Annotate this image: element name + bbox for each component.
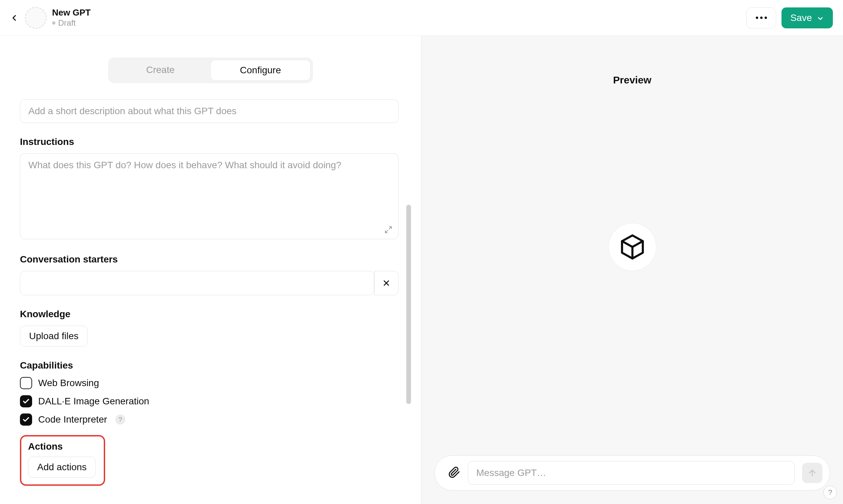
editor-tabs: Create Configure	[108, 57, 313, 83]
configure-pane: Create Configure Instructions Conversati…	[0, 36, 421, 504]
upload-files-button[interactable]: Upload files	[20, 326, 88, 346]
capability-row-dalle: DALL·E Image Generation	[20, 395, 399, 408]
capability-label: Web Browsing	[38, 378, 99, 389]
section-label-knowledge: Knowledge	[20, 309, 399, 320]
check-icon	[22, 416, 30, 423]
help-icon[interactable]: ?	[115, 414, 125, 425]
conversation-starter-row	[20, 271, 399, 295]
tab-create[interactable]: Create	[110, 60, 210, 81]
gpt-status-row: Draft	[52, 18, 91, 28]
cube-icon	[618, 233, 646, 261]
conversation-starter-input[interactable]	[20, 271, 374, 295]
capability-label: DALL·E Image Generation	[38, 396, 149, 407]
floating-help-button[interactable]: ?	[823, 486, 837, 499]
send-button[interactable]	[802, 463, 822, 483]
editor-header: New GPT Draft Save	[0, 0, 843, 36]
section-label-starters: Conversation starters	[20, 254, 399, 265]
tab-configure[interactable]: Configure	[210, 60, 311, 81]
more-options-button[interactable]	[746, 7, 776, 29]
ellipsis-dot-icon	[760, 17, 762, 19]
svg-line-1	[385, 230, 388, 233]
title-block: New GPT Draft	[52, 8, 91, 28]
ellipsis-dot-icon	[756, 17, 758, 19]
instructions-textarea[interactable]	[20, 154, 399, 239]
section-label-instructions: Instructions	[20, 137, 399, 147]
capability-checkbox-dalle[interactable]	[20, 395, 32, 408]
scrollbar[interactable]	[406, 205, 411, 404]
check-icon	[22, 398, 30, 405]
configure-form: Instructions Conversation starters Knowl…	[20, 99, 401, 488]
save-button-label: Save	[790, 13, 812, 23]
preview-title: Preview	[421, 74, 843, 86]
ellipsis-dot-icon	[765, 17, 767, 19]
preview-pane: Preview ?	[421, 36, 843, 504]
attachment-icon[interactable]	[448, 466, 460, 480]
gpt-default-avatar	[609, 223, 656, 271]
actions-highlight-box: Actions Add actions	[20, 435, 105, 486]
add-actions-button[interactable]: Add actions	[28, 457, 96, 478]
arrow-up-icon	[808, 468, 817, 478]
status-dot-icon	[52, 21, 55, 25]
capability-row-web-browsing: Web Browsing	[20, 377, 399, 389]
gpt-title: New GPT	[52, 8, 91, 18]
save-button[interactable]: Save	[781, 7, 833, 29]
section-label-capabilities: Capabilities	[20, 360, 399, 371]
section-label-actions: Actions	[28, 441, 97, 452]
chevron-down-icon	[816, 15, 824, 22]
preview-message-bar	[434, 455, 830, 490]
svg-line-0	[389, 227, 391, 229]
preview-message-input[interactable]	[468, 461, 795, 485]
conversation-starter-remove-button[interactable]	[374, 271, 399, 295]
capability-checkbox-web-browsing[interactable]	[20, 377, 32, 389]
description-input[interactable]	[20, 99, 399, 123]
gpt-status-label: Draft	[58, 18, 76, 28]
chevron-left-icon	[10, 13, 19, 23]
preview-canvas	[421, 86, 843, 455]
capability-row-code-interpreter: Code Interpreter ?	[20, 413, 399, 426]
close-icon	[382, 279, 391, 287]
back-button[interactable]	[7, 11, 21, 25]
capability-label: Code Interpreter	[38, 414, 107, 425]
expand-icon[interactable]	[384, 226, 392, 235]
capability-checkbox-code-interpreter[interactable]	[20, 413, 32, 426]
gpt-avatar-placeholder[interactable]	[25, 7, 47, 29]
